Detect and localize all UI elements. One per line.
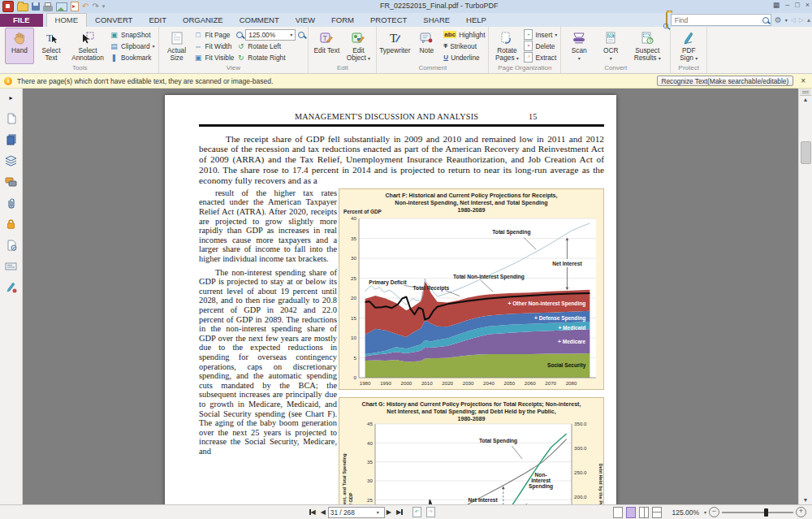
print-icon[interactable]: [43, 6, 53, 11]
tab-share[interactable]: SHARE: [415, 14, 458, 27]
previous-page-button[interactable]: ◀: [318, 508, 328, 516]
find-next-icon[interactable]: ▷: [799, 16, 804, 24]
select-annotation-button[interactable]: Select Annotation: [68, 28, 107, 64]
find-input[interactable]: [673, 15, 762, 25]
attachments-panel-icon[interactable]: [4, 197, 19, 210]
search-folder-icon[interactable]: [666, 13, 667, 28]
zoom-in-button[interactable]: +: [796, 507, 806, 517]
zoom-in-icon[interactable]: [298, 32, 304, 38]
first-page-button[interactable]: ◀: [307, 508, 318, 516]
clipboard-button[interactable]: ▤ Clipboard ▾: [110, 41, 155, 51]
security-panel-icon[interactable]: [4, 218, 19, 231]
strikeout-button[interactable]: T Strikeout: [443, 41, 485, 51]
document-canvas[interactable]: MANAGEMENT'S DISCUSSION AND ANALYSIS 15 …: [23, 89, 798, 504]
actual-size-button[interactable]: Actual Size: [162, 28, 192, 64]
typewriter-button[interactable]: T Typewriter: [380, 28, 409, 64]
tab-view[interactable]: VIEW: [287, 14, 323, 27]
split-view-handle[interactable]: [800, 89, 811, 96]
note-button[interactable]: Note: [412, 28, 441, 64]
signatures-panel-icon[interactable]: [4, 281, 19, 294]
open-folder-icon[interactable]: [17, 3, 28, 11]
scrollbar-track[interactable]: [799, 104, 812, 496]
extract-button[interactable]: ↗ Extract: [524, 52, 557, 63]
scroll-up-arrow[interactable]: ▲: [803, 96, 809, 104]
collapse-ribbon-icon[interactable]: ▴: [807, 16, 810, 24]
minimize-icon[interactable]: –: [785, 1, 789, 9]
status-zoom-caret[interactable]: ▾: [704, 509, 706, 515]
bookmark-button[interactable]: ❚ Bookmark: [110, 52, 155, 63]
fit-width-button[interactable]: ⇔ Fit Width: [194, 41, 235, 51]
scrollbar-thumb[interactable]: [801, 141, 811, 164]
find-previous-icon[interactable]: ◁: [791, 16, 796, 24]
underline-button[interactable]: U Underline: [443, 52, 485, 63]
pages-panel-icon[interactable]: [4, 133, 19, 146]
highlight-button[interactable]: abc Highlight: [443, 29, 485, 40]
single-page-view-icon[interactable]: [613, 507, 623, 518]
snapshot-image-icon[interactable]: [56, 2, 67, 11]
find-options-caret[interactable]: ▾: [785, 17, 788, 23]
zoom-out-icon[interactable]: [236, 32, 243, 38]
tab-organize[interactable]: ORGANIZE: [175, 14, 231, 27]
fit-page-button[interactable]: □ Fit Page: [194, 29, 235, 40]
page-field-caret[interactable]: ▾: [377, 509, 379, 515]
rotate-pages-button[interactable]: Rotate Pages ▾: [492, 28, 521, 64]
pdf-sign-button[interactable]: PDF Sign ▾: [674, 28, 703, 64]
tab-comment[interactable]: COMMENT: [231, 14, 287, 27]
qat-customize-caret[interactable]: ▾: [102, 2, 106, 11]
hand-icon: [12, 29, 27, 47]
delete-button[interactable]: × Delete: [524, 41, 557, 51]
insert-button[interactable]: + Insert ▾: [524, 29, 557, 40]
tab-home[interactable]: HOME: [46, 13, 88, 27]
save-icon[interactable]: [32, 2, 40, 11]
ocr-button[interactable]: OCR OCR▾: [596, 28, 625, 64]
tab-help[interactable]: HELP: [458, 14, 495, 27]
snapshot-button[interactable]: ▣ SnapShot: [110, 29, 155, 40]
export-page-icon[interactable]: [71, 2, 79, 11]
destinations-panel-icon[interactable]: [4, 239, 19, 252]
layout-grid-icon[interactable]: ▦: [773, 1, 780, 9]
zoom-slider-thumb[interactable]: [764, 508, 768, 517]
restore-icon[interactable]: □: [795, 1, 799, 9]
undo-icon[interactable]: ↶: [82, 2, 89, 11]
rotate-right-button[interactable]: ↻ Rotate Right: [236, 52, 304, 63]
delete-page-icon: ×: [524, 41, 533, 51]
tab-protect[interactable]: PROTECT: [362, 14, 415, 27]
svg-text:Net Interest: Net Interest: [552, 261, 582, 266]
comments-panel-icon[interactable]: [4, 175, 19, 188]
fields-panel-icon[interactable]: [4, 260, 19, 273]
tab-form[interactable]: FORM: [323, 14, 362, 27]
rotate-left-button[interactable]: ↺ Rotate Left: [236, 41, 304, 51]
zoom-out-button[interactable]: −: [709, 507, 719, 517]
two-page-view-icon[interactable]: [639, 507, 649, 518]
hand-tool-button[interactable]: Hand: [5, 28, 34, 64]
redo-icon[interactable]: ↷: [92, 2, 98, 11]
recognize-text-button[interactable]: Recognize Text(Make searchable/editable): [657, 76, 794, 86]
layers-panel-icon[interactable]: [4, 154, 19, 167]
svg-text:2040: 2040: [483, 380, 495, 386]
edit-text-button[interactable]: T Edit Text: [312, 28, 341, 64]
edit-object-button[interactable]: Edit Object ▾: [343, 28, 373, 64]
tab-edit[interactable]: EDIT: [140, 14, 175, 27]
app-logo[interactable]: [2, 1, 14, 12]
tab-convert[interactable]: CONVERT: [87, 14, 140, 27]
split-view-icon[interactable]: [652, 507, 662, 518]
close-icon[interactable]: ×: [806, 1, 810, 9]
next-view-button[interactable]: ↷: [424, 507, 438, 517]
tab-file[interactable]: FILE: [0, 14, 43, 27]
last-page-button[interactable]: ▶: [394, 508, 405, 516]
continuous-view-icon[interactable]: [626, 507, 636, 518]
next-page-button[interactable]: ▶: [384, 508, 394, 516]
fit-visible-button[interactable]: ▣ Fit Visible: [194, 52, 235, 63]
zoom-slider[interactable]: [722, 512, 793, 513]
bookmarks-panel-icon[interactable]: [4, 112, 19, 125]
suspect-results-button[interactable]: ? Suspect Results ▾: [628, 28, 667, 64]
find-options-gear-icon[interactable]: ⚙: [775, 16, 782, 24]
collapse-panel-icon[interactable]: ▸: [4, 91, 19, 104]
scroll-down-arrow[interactable]: ▼: [803, 496, 809, 504]
previous-view-button[interactable]: ↶: [410, 507, 424, 517]
select-text-button[interactable]: T Select Text: [37, 28, 66, 64]
scan-button[interactable]: Scan▾: [564, 28, 594, 64]
notification-close-icon[interactable]: ×: [798, 77, 808, 85]
zoom-level-combobox[interactable]: 125.00% ▾: [245, 29, 296, 41]
search-icon[interactable]: [762, 17, 769, 24]
